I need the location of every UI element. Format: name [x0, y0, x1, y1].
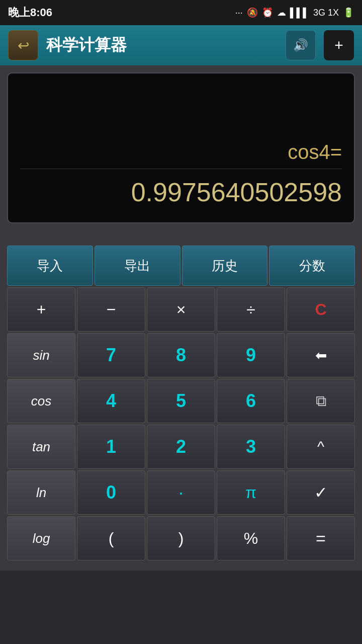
- multiply-key[interactable]: ×: [147, 287, 215, 332]
- power-key[interactable]: ^: [287, 425, 355, 469]
- status-icons: ··· 🔕 ⏰ ☁ ▌▌▌ 3G 1X 🔋: [235, 7, 354, 18]
- alarm-icon: ⏰: [262, 7, 273, 18]
- expression-display: cos4=: [20, 141, 342, 169]
- decimal-key[interactable]: ·: [147, 470, 215, 515]
- ln-key[interactable]: ln: [7, 470, 75, 515]
- key-1[interactable]: 1: [77, 425, 145, 469]
- cos-key[interactable]: cos: [7, 379, 75, 423]
- sin-key[interactable]: sin: [7, 333, 75, 377]
- key-7[interactable]: 7: [77, 333, 145, 377]
- display-screen: cos4= 0.9975640502598: [7, 72, 355, 223]
- status-time: 晚上8:06: [8, 5, 52, 20]
- key-9[interactable]: 9: [217, 333, 285, 377]
- back-button[interactable]: ↩: [8, 30, 38, 60]
- signal-bars-icon: ▌▌▌: [290, 8, 309, 18]
- network-label: 3G 1X: [313, 8, 339, 18]
- export-button[interactable]: 导出: [95, 246, 180, 286]
- status-bar: 晚上8:06 ··· 🔕 ⏰ ☁ ▌▌▌ 3G 1X 🔋: [0, 0, 362, 25]
- confirm-key[interactable]: ✓: [287, 470, 355, 515]
- back-icon: ↩: [18, 37, 29, 54]
- pi-key[interactable]: π: [217, 470, 285, 515]
- divide-key[interactable]: ÷: [217, 287, 285, 332]
- export-label: 导出: [124, 257, 150, 275]
- copy-key[interactable]: ⧉: [287, 379, 355, 423]
- log-key[interactable]: log: [7, 516, 75, 560]
- key-5[interactable]: 5: [147, 379, 215, 423]
- display-area: cos4= 0.9975640502598: [0, 65, 362, 230]
- page-title: 科学计算器: [46, 34, 278, 56]
- subtract-key[interactable]: −: [77, 287, 145, 332]
- separator: [0, 230, 362, 246]
- key-2[interactable]: 2: [147, 425, 215, 469]
- key-4[interactable]: 4: [77, 379, 145, 423]
- calculator-pad: 导入 导出 历史 分数 + − × ÷ C sin 7 8 9 ⬅ cos 4 …: [0, 246, 362, 571]
- mute-icon: 🔕: [247, 7, 258, 18]
- key-8[interactable]: 8: [147, 333, 215, 377]
- key-0[interactable]: 0: [77, 470, 145, 515]
- sound-icon: 🔊: [293, 38, 308, 52]
- history-label: 历史: [212, 257, 238, 275]
- add-button[interactable]: +: [324, 30, 354, 60]
- import-button[interactable]: 导入: [7, 246, 93, 286]
- title-bar: ↩ 科学计算器 🔊 +: [0, 25, 362, 65]
- tan-key[interactable]: tan: [7, 425, 75, 469]
- equals-key[interactable]: =: [287, 516, 355, 560]
- import-label: 导入: [37, 257, 63, 275]
- battery-icon: 🔋: [343, 7, 354, 18]
- close-paren-key[interactable]: ): [147, 516, 215, 560]
- add-key[interactable]: +: [7, 287, 75, 332]
- open-paren-key[interactable]: (: [77, 516, 145, 560]
- sound-button[interactable]: 🔊: [286, 30, 316, 60]
- key-3[interactable]: 3: [217, 425, 285, 469]
- plus-icon: +: [334, 37, 343, 54]
- wifi-icon: ☁: [277, 7, 286, 18]
- fraction-label: 分数: [299, 257, 325, 275]
- result-display: 0.9975640502598: [20, 177, 342, 207]
- function-row: 导入 导出 历史 分数: [7, 246, 355, 286]
- percent-key[interactable]: %: [217, 516, 285, 560]
- fraction-button[interactable]: 分数: [269, 246, 355, 286]
- signal-dots-icon: ···: [235, 8, 243, 18]
- history-button[interactable]: 历史: [182, 246, 268, 286]
- keypad: + − × ÷ C sin 7 8 9 ⬅ cos 4 5 6 ⧉ tan 1 …: [7, 287, 355, 560]
- key-6[interactable]: 6: [217, 379, 285, 423]
- clear-key[interactable]: C: [287, 287, 355, 332]
- backspace-key[interactable]: ⬅: [287, 333, 355, 377]
- copy-icon: ⧉: [316, 392, 326, 410]
